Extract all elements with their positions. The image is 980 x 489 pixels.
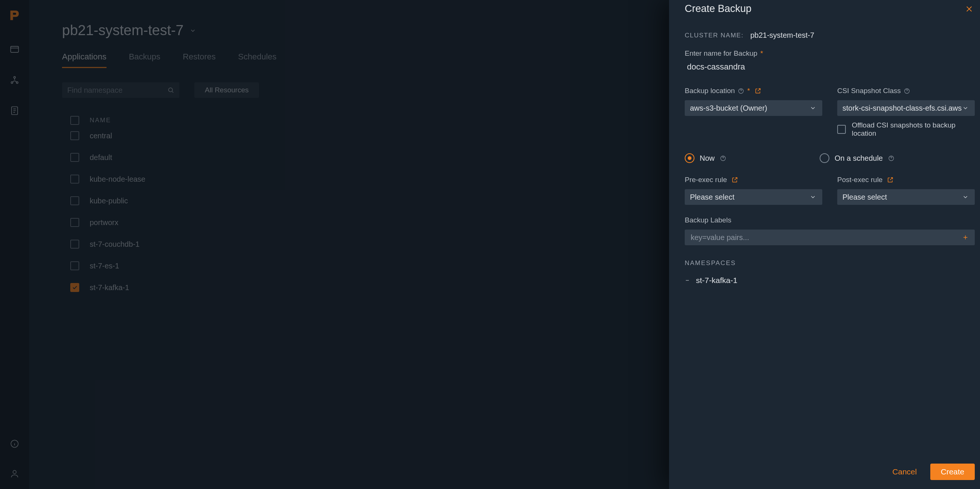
backup-labels-label: Backup Labels (685, 216, 732, 224)
namespaces-section: NAMESPACES st-7-kafka-1 (685, 260, 975, 285)
post-exec-label: Post-exec rule (837, 176, 883, 184)
csi-snapshot-label: CSI Snapshot Class (837, 87, 901, 95)
backup-location-field: Backup location * aws-s3-bucket (Owner) (685, 87, 822, 138)
pre-exec-field: Pre-exec rule Please select (685, 176, 822, 205)
backup-location-select[interactable]: aws-s3-bucket (Owner) (685, 100, 822, 116)
backup-location-label: Backup location (685, 87, 735, 95)
offload-checkbox[interactable] (837, 125, 846, 134)
schedule-radio-group: Now On a schedule (685, 153, 975, 163)
create-button[interactable]: Create (930, 464, 975, 480)
backup-name-label: Enter name for Backup (685, 49, 757, 57)
chevron-down-icon (962, 194, 969, 201)
help-icon[interactable] (738, 88, 744, 94)
cluster-name-value: pb21-system-test-7 (750, 31, 814, 40)
close-icon[interactable] (965, 5, 973, 13)
backup-labels-input[interactable]: key=value pairs... (685, 229, 975, 245)
chevron-down-icon (962, 105, 969, 111)
namespace-item: st-7-kafka-1 (685, 276, 975, 285)
radio-schedule-input[interactable] (820, 153, 829, 163)
drawer-footer: Cancel Create (669, 455, 980, 489)
csi-snapshot-select[interactable]: stork-csi-snapshot-class-efs.csi.aws (837, 100, 975, 116)
post-exec-field: Post-exec rule Please select (837, 176, 975, 205)
plus-icon[interactable] (962, 234, 969, 241)
cancel-button[interactable]: Cancel (890, 464, 919, 480)
offload-checkbox-row[interactable]: Offload CSI snapshots to backup location (837, 121, 975, 138)
chevron-down-icon (810, 105, 816, 111)
radio-schedule[interactable]: On a schedule (820, 153, 894, 163)
drawer-title: Create Backup (685, 3, 752, 14)
radio-now-input[interactable] (685, 153, 694, 163)
offload-label: Offload CSI snapshots to backup location (852, 121, 975, 138)
external-link-icon[interactable] (732, 177, 738, 183)
cluster-name-row: CLUSTER NAME: pb21-system-test-7 (685, 31, 975, 40)
post-exec-select[interactable]: Please select (837, 189, 975, 205)
radio-now[interactable]: Now (685, 153, 726, 163)
cluster-name-label: CLUSTER NAME: (685, 32, 743, 39)
drawer-header: Create Backup (669, 0, 980, 22)
minus-icon[interactable] (685, 278, 690, 283)
pre-exec-label: Pre-exec rule (685, 176, 727, 184)
help-icon[interactable] (720, 155, 726, 161)
create-backup-drawer: Create Backup CLUSTER NAME: pb21-system-… (669, 0, 980, 489)
backup-name-input[interactable] (685, 57, 975, 76)
pre-exec-select[interactable]: Please select (685, 189, 822, 205)
drawer-body: CLUSTER NAME: pb21-system-test-7 Enter n… (669, 22, 980, 455)
help-icon[interactable] (904, 88, 910, 94)
namespaces-heading: NAMESPACES (685, 260, 975, 267)
csi-snapshot-field: CSI Snapshot Class stork-csi-snapshot-cl… (837, 87, 975, 138)
chevron-down-icon (810, 194, 816, 201)
help-icon[interactable] (888, 155, 894, 161)
external-link-icon[interactable] (887, 177, 894, 183)
backup-labels-field: Backup Labels key=value pairs... (685, 216, 975, 245)
external-link-icon[interactable] (755, 88, 761, 94)
backup-name-field: Enter name for Backup* (685, 49, 975, 76)
